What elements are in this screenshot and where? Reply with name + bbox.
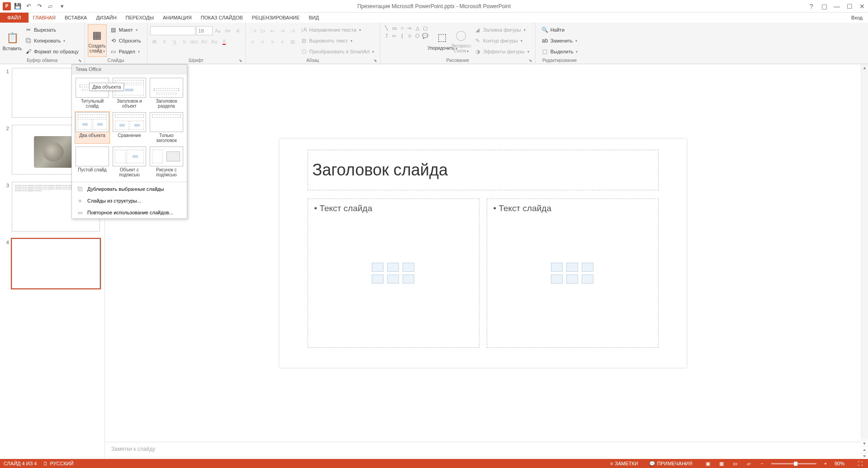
right-content-placeholder[interactable]: • Текст слайда: [487, 199, 659, 348]
insert-table-icon[interactable]: [551, 263, 563, 272]
shape-arrow-icon[interactable]: ⇨: [406, 24, 413, 32]
qat-save-icon[interactable]: 💾: [13, 1, 23, 11]
format-painter-button[interactable]: 🖌Формат по образцу: [24, 47, 80, 56]
layout-button[interactable]: ▤Макет▾: [109, 26, 142, 34]
insert-video-icon[interactable]: [403, 274, 414, 284]
account-sign-in[interactable]: Вход: [846, 13, 868, 23]
layout-section-header[interactable]: Заголовок раздела: [149, 77, 184, 109]
layout-title-only[interactable]: Только заголовок: [149, 111, 184, 144]
scroll-up-icon[interactable]: ▲: [861, 64, 868, 71]
left-content-placeholder[interactable]: • Текст слайда: [308, 199, 479, 348]
vertical-scrollbar[interactable]: ▲: [861, 64, 868, 439]
ribbon-display-icon[interactable]: ▢: [820, 2, 828, 10]
shadow-icon[interactable]: abc: [190, 37, 199, 46]
increase-font-icon[interactable]: A▴: [213, 26, 223, 35]
notes-toggle[interactable]: ≡ЗАМЕТКИ: [610, 461, 638, 466]
line-spacing-icon[interactable]: ↕≡: [288, 26, 297, 35]
slideshow-view-icon[interactable]: ▱: [744, 460, 753, 467]
minimize-icon[interactable]: —: [833, 2, 841, 10]
tab-animation[interactable]: АНИМАЦИЯ: [158, 13, 196, 23]
qat-start-from-beginning-icon[interactable]: ▱: [45, 1, 55, 11]
qat-redo-icon[interactable]: ↷: [34, 1, 44, 11]
shape-connector-icon[interactable]: ⤴: [383, 32, 390, 39]
new-slide-button[interactable]: ▦ Создать слайд▾: [88, 24, 107, 57]
bold-icon[interactable]: Ж: [150, 37, 159, 46]
zoom-level[interactable]: 90%: [835, 461, 844, 466]
tab-view[interactable]: ВИД: [304, 13, 324, 23]
shape-brace-icon[interactable]: {: [398, 32, 406, 39]
tab-transitions[interactable]: ПЕРЕХОДЫ: [121, 13, 158, 23]
decrease-indent-icon[interactable]: ⇤: [268, 26, 277, 35]
insert-smartart-icon[interactable]: [582, 263, 593, 272]
maximize-icon[interactable]: ☐: [845, 2, 854, 10]
reset-button[interactable]: ⟲Сбросить: [109, 37, 142, 45]
scroll-down-icon[interactable]: ▼: [861, 440, 868, 446]
paragraph-launcher-icon[interactable]: ⬊: [374, 58, 377, 63]
font-launcher-icon[interactable]: ⬊: [239, 58, 242, 63]
section-button[interactable]: ▭Раздел▾: [109, 47, 142, 56]
slide-counter[interactable]: СЛАЙД 4 ИЗ 4: [4, 461, 37, 466]
layout-title-slide[interactable]: Титульный слайд: [75, 77, 110, 109]
sorter-view-icon[interactable]: ▦: [717, 460, 726, 467]
notes-pane[interactable]: Заметки к слайду: [105, 442, 861, 459]
smartart-button[interactable]: ⬡Преобразовать в SmartArt▾: [299, 47, 375, 56]
decrease-font-icon[interactable]: A▾: [223, 26, 232, 35]
next-slide-icon[interactable]: ⏷: [861, 453, 868, 459]
bullets-icon[interactable]: ⋮≡: [248, 26, 257, 35]
zoom-out-icon[interactable]: −: [758, 460, 767, 467]
font-family-combo[interactable]: [150, 26, 195, 35]
duplicate-slides-item[interactable]: ⿻Дублировать выбранные слайды: [72, 183, 187, 195]
fit-to-window-icon[interactable]: ⛶: [855, 460, 864, 467]
reuse-slides-item[interactable]: ▭Повторное использование слайдов...: [72, 207, 187, 218]
zoom-in-icon[interactable]: +: [821, 460, 830, 467]
drawing-launcher-icon[interactable]: ⬊: [529, 58, 532, 63]
shape-hexagon-icon[interactable]: ⬡: [414, 32, 421, 39]
arrange-button[interactable]: ⬚ Упорядочить▾: [433, 24, 452, 57]
layout-two-content[interactable]: Два объекта Два объекта: [75, 111, 110, 144]
tab-design[interactable]: ДИЗАЙН: [91, 13, 121, 23]
layout-picture-caption[interactable]: Рисунок с подписью: [149, 146, 184, 178]
layout-blank[interactable]: Пустой слайд: [75, 146, 110, 178]
quick-styles-button[interactable]: ◯ Экспресс-стили▾: [452, 24, 471, 57]
close-icon[interactable]: ✕: [858, 2, 866, 10]
qat-undo-icon[interactable]: ↶: [24, 1, 33, 11]
text-direction-button[interactable]: ↕AНаправление текста▾: [299, 26, 375, 34]
thumbnail-4[interactable]: 4: [5, 239, 100, 288]
help-icon[interactable]: ?: [807, 2, 816, 10]
align-text-button[interactable]: ⊟Выровнять текст▾: [299, 37, 375, 45]
insert-online-picture-icon[interactable]: [387, 274, 399, 284]
copy-button[interactable]: ⿻Копировать▾: [24, 37, 80, 45]
cut-button[interactable]: ✂Вырезать: [24, 26, 80, 34]
language-indicator[interactable]: 🗋РУССКИЙ: [43, 461, 73, 466]
layout-title-content[interactable]: Заголовок и объект: [112, 77, 147, 109]
insert-picture-icon[interactable]: [372, 274, 384, 284]
underline-icon[interactable]: Ч: [170, 37, 179, 46]
paste-button[interactable]: 📋 Вставить: [3, 24, 22, 57]
normal-view-icon[interactable]: ▣: [703, 460, 712, 467]
insert-chart-icon[interactable]: [566, 263, 578, 272]
shape-rrect-icon[interactable]: ▢: [422, 24, 429, 32]
shape-outline-button[interactable]: ✎Контур фигуры▾: [473, 37, 531, 45]
insert-picture-icon[interactable]: [551, 274, 563, 284]
italic-icon[interactable]: К: [160, 37, 169, 46]
insert-chart-icon[interactable]: [387, 263, 399, 272]
shape-effects-button[interactable]: ◑Эффекты фигуры▾: [473, 47, 531, 56]
layout-content-caption[interactable]: Объект с подписью: [112, 146, 147, 178]
spacing-icon[interactable]: AV: [200, 37, 209, 46]
justify-icon[interactable]: ≡: [278, 37, 287, 46]
insert-online-picture-icon[interactable]: [566, 274, 578, 284]
align-center-icon[interactable]: ≡: [258, 37, 267, 46]
tab-review[interactable]: РЕЦЕНЗИРОВАНИЕ: [247, 13, 304, 23]
slides-from-outline-item[interactable]: ≡Слайды из структуры...: [72, 195, 187, 207]
shape-line-icon[interactable]: ╲: [383, 24, 390, 32]
slide-editor[interactable]: Заголовок слайда • Текст слайда: [105, 64, 861, 442]
shape-arrow2-icon[interactable]: ⇦: [391, 32, 398, 39]
columns-icon[interactable]: ▥: [288, 37, 297, 46]
select-button[interactable]: ⬚Выделить▾: [540, 47, 579, 56]
shape-oval-icon[interactable]: ○: [398, 24, 406, 32]
zoom-slider[interactable]: [771, 463, 816, 464]
qat-customize-icon[interactable]: ▾: [57, 1, 67, 11]
find-button[interactable]: 🔍Найти: [540, 26, 579, 34]
shape-rect-icon[interactable]: ▭: [391, 24, 398, 32]
shapes-gallery[interactable]: ╲ ▭ ○ ⇨ △ ▢ ⤴ ⇦ { ☆ ⬡ 💬: [383, 24, 433, 57]
